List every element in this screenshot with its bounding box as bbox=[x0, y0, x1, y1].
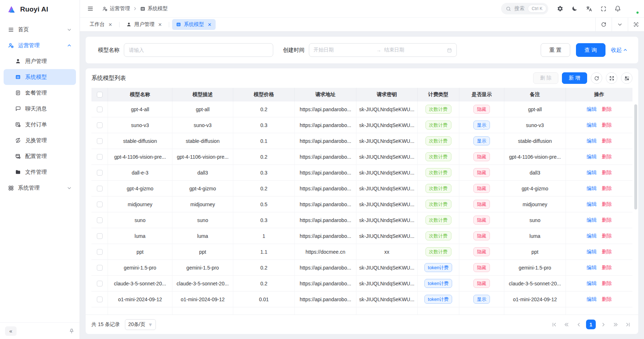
sidebar-item-packages[interactable]: 套餐管理 bbox=[4, 85, 76, 101]
fullscreen-icon[interactable] bbox=[597, 3, 609, 15]
delete-link[interactable]: 删除 bbox=[602, 106, 612, 113]
expand-table-icon[interactable] bbox=[606, 72, 617, 84]
refresh-table-icon[interactable] bbox=[591, 72, 602, 84]
delete-link[interactable]: 删除 bbox=[602, 265, 612, 271]
delete-link[interactable]: 删除 bbox=[602, 217, 612, 223]
row-checkbox[interactable] bbox=[97, 138, 103, 144]
visibility-badge[interactable]: 隐藏 bbox=[473, 152, 490, 161]
visibility-badge[interactable]: 隐藏 bbox=[473, 184, 490, 193]
sidebar-item-system-models[interactable]: 系统模型 bbox=[4, 69, 76, 85]
reset-button[interactable]: 重 置 bbox=[541, 43, 570, 57]
edit-link[interactable]: 编辑 bbox=[587, 265, 597, 271]
edit-link[interactable]: 编辑 bbox=[587, 217, 597, 223]
edit-link[interactable]: 编辑 bbox=[587, 170, 597, 176]
row-checkbox[interactable] bbox=[97, 170, 103, 176]
delete-link[interactable]: 删除 bbox=[602, 154, 612, 160]
page-size-select[interactable]: 20条/页 ▼ bbox=[125, 319, 156, 330]
collapse-filter-link[interactable]: 收起 bbox=[611, 47, 627, 54]
search-button[interactable]: 查 询 bbox=[576, 43, 605, 57]
maximize-view-icon[interactable] bbox=[628, 18, 644, 31]
model-name-input[interactable] bbox=[124, 43, 273, 57]
sidebar-item-config[interactable]: 配置管理 bbox=[4, 148, 76, 164]
visibility-badge[interactable]: 隐藏 bbox=[473, 231, 490, 240]
edit-link[interactable]: 编辑 bbox=[587, 154, 597, 160]
delete-link[interactable]: 删除 bbox=[602, 170, 612, 176]
previous-page-icon[interactable] bbox=[574, 320, 584, 329]
breadcrumb-item-operations[interactable]: 运营管理 bbox=[102, 5, 130, 12]
row-checkbox[interactable] bbox=[97, 154, 103, 160]
close-icon[interactable]: ✕ bbox=[208, 22, 212, 27]
visibility-badge[interactable]: 显示 bbox=[473, 295, 490, 304]
delete-link[interactable]: 删除 bbox=[602, 249, 612, 255]
delete-selected-button[interactable]: 删 除 bbox=[533, 72, 558, 84]
breadcrumb-item-system-models[interactable]: 系统模型 bbox=[140, 5, 168, 12]
row-checkbox[interactable] bbox=[97, 186, 103, 191]
visibility-badge[interactable]: 显示 bbox=[473, 136, 490, 145]
visibility-badge[interactable]: 隐藏 bbox=[473, 216, 490, 225]
row-checkbox[interactable] bbox=[97, 233, 103, 239]
sidebar-item-chat-messages[interactable]: 聊天消息 bbox=[4, 101, 76, 117]
close-icon[interactable]: ✕ bbox=[108, 22, 112, 27]
delete-link[interactable]: 删除 bbox=[602, 122, 612, 128]
edit-link[interactable]: 编辑 bbox=[587, 122, 597, 128]
next-page-icon[interactable] bbox=[598, 320, 608, 329]
row-checkbox[interactable] bbox=[97, 281, 103, 286]
visibility-badge[interactable]: 隐藏 bbox=[473, 263, 490, 272]
close-icon[interactable]: ✕ bbox=[158, 22, 162, 27]
sidebar-item-operations[interactable]: 运营管理 bbox=[4, 37, 76, 53]
sidebar-item-payment-orders[interactable]: 支付订单 bbox=[4, 117, 76, 132]
dark-mode-moon-icon[interactable] bbox=[568, 3, 581, 15]
chevron-down-icon[interactable] bbox=[612, 18, 628, 31]
delete-link[interactable]: 删除 bbox=[602, 296, 612, 303]
visibility-badge[interactable]: 隐藏 bbox=[473, 168, 490, 177]
add-button[interactable]: 新 增 bbox=[562, 72, 587, 84]
edit-link[interactable]: 编辑 bbox=[587, 106, 597, 113]
back-5-pages-icon[interactable] bbox=[562, 320, 571, 329]
sidebar-item-user-management[interactable]: 用户管理 bbox=[4, 53, 76, 69]
hamburger-menu-icon[interactable] bbox=[86, 4, 95, 13]
forward-5-pages-icon[interactable] bbox=[611, 320, 620, 329]
row-checkbox[interactable] bbox=[97, 249, 103, 255]
language-translate-icon[interactable] bbox=[583, 3, 595, 15]
edit-link[interactable]: 编辑 bbox=[587, 296, 597, 303]
first-page-icon[interactable] bbox=[549, 320, 559, 329]
row-checkbox[interactable] bbox=[97, 217, 103, 223]
edit-link[interactable]: 编辑 bbox=[587, 201, 597, 208]
delete-link[interactable]: 删除 bbox=[602, 280, 612, 287]
column-settings-icon[interactable] bbox=[621, 72, 632, 84]
edit-link[interactable]: 编辑 bbox=[587, 138, 597, 144]
vertical-scrollbar[interactable] bbox=[634, 104, 637, 209]
sidebar-item-system-management[interactable]: 系统管理 bbox=[4, 180, 76, 196]
delete-link[interactable]: 删除 bbox=[602, 185, 612, 192]
user-avatar[interactable] bbox=[628, 3, 639, 14]
edit-link[interactable]: 编辑 bbox=[587, 280, 597, 287]
delete-link[interactable]: 删除 bbox=[602, 201, 612, 208]
visibility-badge[interactable]: 显示 bbox=[473, 121, 490, 130]
delete-link[interactable]: 删除 bbox=[602, 233, 612, 239]
visibility-badge[interactable]: 隐藏 bbox=[473, 200, 490, 209]
edit-link[interactable]: 编辑 bbox=[587, 249, 597, 255]
visibility-badge[interactable]: 隐藏 bbox=[473, 105, 490, 114]
visibility-badge[interactable]: 隐藏 bbox=[473, 279, 490, 288]
current-page-button[interactable]: 1 bbox=[586, 320, 596, 329]
row-checkbox[interactable] bbox=[97, 265, 103, 271]
row-checkbox[interactable] bbox=[97, 297, 103, 302]
settings-gear-icon[interactable] bbox=[554, 3, 566, 15]
last-page-icon[interactable] bbox=[623, 320, 632, 329]
edit-link[interactable]: 编辑 bbox=[587, 233, 597, 239]
visibility-badge[interactable]: 隐藏 bbox=[473, 247, 490, 256]
row-checkbox[interactable] bbox=[97, 122, 103, 128]
pin-icon[interactable] bbox=[69, 328, 75, 334]
sidebar-item-files[interactable]: 文件管理 bbox=[4, 164, 76, 180]
select-all-checkbox[interactable] bbox=[97, 92, 103, 98]
edit-link[interactable]: 编辑 bbox=[587, 185, 597, 192]
sidebar-item-home[interactable]: 首页 bbox=[4, 22, 76, 37]
sidebar-collapse-button[interactable]: « bbox=[5, 326, 17, 336]
notifications-bell-icon[interactable] bbox=[612, 3, 624, 15]
sidebar-item-redeem[interactable]: 兑换管理 bbox=[4, 132, 76, 148]
tab-system-models[interactable]: 系统模型 ✕ bbox=[172, 19, 216, 30]
refresh-icon[interactable] bbox=[595, 18, 612, 31]
global-search[interactable]: 搜索 Ctrl K bbox=[501, 3, 548, 14]
tab-user-management[interactable]: 用户管理 ✕ bbox=[122, 19, 166, 30]
date-range-picker[interactable]: 开始日期 → 结束日期 bbox=[309, 43, 457, 57]
